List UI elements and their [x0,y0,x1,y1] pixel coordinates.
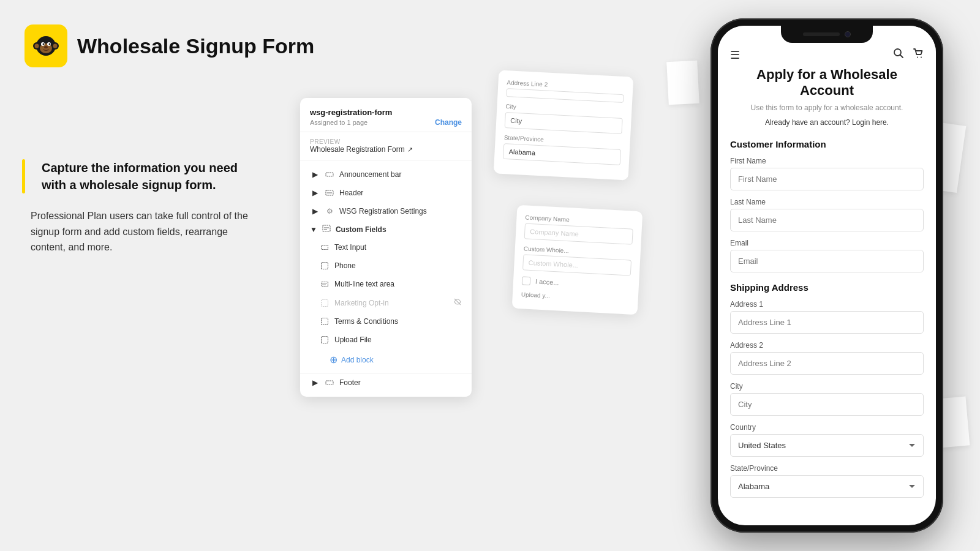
upload-label: Upload File [334,335,372,344]
expand-icon-footer: ▶ [310,378,320,388]
sub-description: Professional Plan users can take full co… [31,208,257,255]
decorative-card-3 [666,61,699,105]
expand-icon: ▶ [310,170,320,179]
text-input-icon [320,242,330,252]
upload-icon [320,335,330,345]
shipping-address-title: Shipping Address [730,282,924,293]
tree-item-announcement[interactable]: ▶ Announcement bar [300,165,472,184]
nav-icons-right [893,48,924,62]
footer-icon [325,378,334,388]
svg-rect-17 [322,246,328,250]
tree-item-phone[interactable]: Phone [300,257,472,275]
phone-label: Phone [334,261,356,270]
assigned-label: Assigned to 1 page [310,119,368,126]
svg-rect-19 [322,282,328,287]
left-content-block: Capture the information you need with a … [31,159,257,255]
add-block-button[interactable]: ⊕ Add block [300,349,472,370]
change-button[interactable]: Change [435,118,462,127]
expand-icon-wsg: ▶ [310,206,320,216]
city-label: City [730,382,924,391]
state-select[interactable]: Alabama [730,475,924,498]
accent-bar [22,159,25,193]
terms-label: Terms & Conditions [334,317,398,326]
first-name-input[interactable] [730,168,924,190]
email-input[interactable] [730,250,924,272]
svg-point-9 [49,43,51,45]
accept-row-bg: I acce... [522,276,630,290]
announcement-label: Announcement bar [339,170,401,179]
header-icon [325,188,334,198]
add-block-icon: ⊕ [330,354,337,365]
form-title: Apply for a Wholesale Account [730,67,924,99]
tree-item-multiline[interactable]: Multi-line text area [300,275,472,293]
phone-search-icon[interactable] [893,48,904,62]
address2-label: Address 2 [730,341,924,350]
tree-item-marketing[interactable]: Marketing Opt-in [300,293,472,312]
custom-fields-icon [322,224,331,234]
form-name-label: wsg-registration-form [310,108,462,117]
city-input-bg: City [505,112,623,134]
upload-text-bg: Upload y... [521,291,630,303]
svg-point-10 [44,46,48,48]
svg-point-4 [53,44,58,48]
address1-input[interactable] [730,311,924,334]
svg-line-28 [900,55,903,58]
company-input-bg: Company Name [524,223,633,244]
tree-item-wsg-settings[interactable]: ▶ ⚙ WSG Registration Settings [300,202,472,220]
preview-link[interactable]: Wholesale Registration Form ↗ [310,145,462,154]
tree-item-text-input[interactable]: Text Input [300,238,472,257]
address2-input[interactable] [730,352,924,375]
preview-label: PREVIEW [310,138,462,145]
svg-point-3 [35,44,39,48]
tree-item-header[interactable]: ▶ Header [300,184,472,202]
svg-rect-14 [323,225,330,231]
svg-rect-24 [322,318,328,325]
tree-item-custom-fields[interactable]: ▼ Custom Fields [300,220,472,238]
main-description: Capture the information you need with a … [42,159,257,193]
app-header: Wholesale Signup Form [24,24,314,67]
marketing-label: Marketing Opt-in [334,299,389,307]
company-bg-panel: Company Name Company Name Custom Whole..… [512,205,643,315]
city-input[interactable] [730,393,924,416]
phone-outer-frame: ☰ Apply for a Wholesale Account Use this… [710,18,943,533]
custom-fields-label: Custom Fields [336,225,386,234]
last-name-input[interactable] [730,209,924,231]
customer-info-title: Customer Information [730,139,924,149]
hamburger-menu-icon[interactable]: ☰ [730,48,740,62]
builder-assigned-row: Assigned to 1 page Change [310,118,462,127]
multiline-icon [320,279,330,289]
state-label: State/Province [730,464,924,473]
builder-panel: wsg-registration-form Assigned to 1 page… [300,98,472,397]
email-label: Email [730,239,924,247]
tree-item-upload[interactable]: Upload File [300,331,472,349]
country-select[interactable]: United States [730,434,924,457]
svg-rect-26 [326,381,333,384]
form-subtitle: Use this form to apply for a wholesale a… [730,103,924,112]
builder-header: wsg-registration-form Assigned to 1 page… [300,98,472,132]
gear-icon: ⚙ [325,206,334,216]
phone-form-content: Apply for a Wholesale Account Use this f… [718,67,936,522]
svg-rect-22 [322,299,328,306]
phone-notch [781,26,873,43]
first-name-label: First Name [730,157,924,165]
svg-point-29 [917,57,918,58]
builder-tree: ▶ Announcement bar ▶ Header ▶ ⚙ WSG Regi… [300,160,472,397]
svg-rect-11 [326,173,333,176]
address1-label: Address 1 [730,300,924,309]
expand-icon-header: ▶ [310,188,320,198]
multiline-label: Multi-line text area [334,280,394,288]
tree-item-footer[interactable]: ▶ Footer [300,373,472,392]
collapse-icon: ▼ [310,225,317,234]
app-logo [24,24,67,67]
notch-speaker [803,32,840,36]
state-input-bg: Alabama [503,143,621,165]
tree-item-terms[interactable]: Terms & Conditions [300,312,472,331]
phone-cart-icon[interactable] [913,48,924,62]
text-input-label: Text Input [334,243,366,252]
builder-preview-row: PREVIEW Wholesale Registration Form ↗ [300,132,472,160]
form-login-link[interactable]: Already have an account? Login here. [730,118,924,127]
phone-mockup: ☰ Apply for a Wholesale Account Use this… [710,18,943,533]
wsg-settings-label: WSG Registration Settings [339,207,427,216]
last-name-label: Last Name [730,198,924,206]
address-bg-panel: Address Line 2 City City State/Province … [494,70,634,180]
